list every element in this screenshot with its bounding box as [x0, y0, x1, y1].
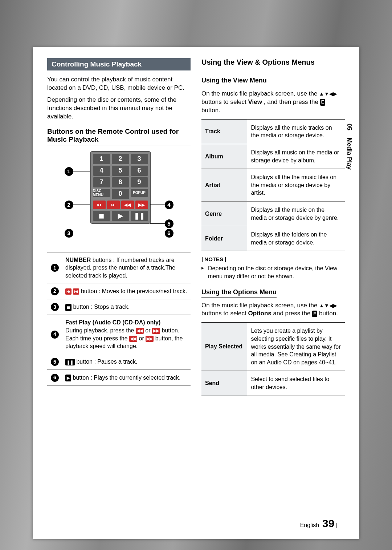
callout-5: 5: [165, 219, 173, 228]
table-row: ArtistDisplays all the the music files o…: [201, 169, 345, 202]
remote-pause-icon: ❚❚: [131, 211, 148, 221]
intro-p2: Depending on the disc or contents, some …: [47, 96, 191, 121]
text: button.: [201, 107, 220, 114]
opt-val: Displays all the folders on the media or…: [247, 226, 345, 251]
stop-icon: ◼: [65, 304, 72, 311]
opt-key: Folder: [201, 226, 247, 251]
remote-key-2: 2: [112, 154, 129, 164]
right-column: Using the View & Options Menus Using the…: [201, 58, 345, 401]
remote-key-5: 5: [112, 166, 129, 176]
remote-diagram: 1 2 3 4 5 6 7 8 9 DISC MENU 0 POPUP ⏮ ⏭ …: [54, 151, 184, 246]
callout-line: [73, 171, 90, 172]
page-footer: English 39 |: [300, 517, 338, 530]
opt-key: Genre: [201, 201, 247, 226]
rewind-icon: ◀◀: [129, 336, 137, 342]
arrow-icons: ▲▼◀▶: [319, 91, 337, 97]
row-num: 6: [51, 374, 59, 382]
table-row: GenreDisplays all the music on the media…: [201, 201, 345, 226]
opt-val: Displays all the the music files on the …: [247, 169, 345, 202]
text: and press the: [273, 310, 312, 317]
callout-2: 2: [65, 201, 73, 209]
table-row: 6 ▶ button : Plays the currently selecte…: [47, 370, 191, 385]
section-heading: Controlling Music Playback: [47, 58, 191, 70]
row-text: button.: [162, 327, 179, 333]
row-text: or: [145, 327, 152, 333]
page-number: 39: [322, 517, 334, 529]
row-text: button : Moves to the previous/next trac…: [81, 288, 187, 294]
opt-key: Send: [201, 371, 247, 396]
row-num: 1: [51, 264, 59, 272]
table-row: AlbumDisplays all music on the media or …: [201, 144, 345, 169]
callout-line: [150, 223, 165, 224]
notes-heading: | NOTES |: [201, 256, 345, 262]
remote-body: 1 2 3 4 5 6 7 8 9 DISC MENU 0 POPUP ⏮ ⏭ …: [90, 151, 151, 224]
row-num: 3: [51, 303, 59, 311]
table-row: SendSelect to send selected files to oth…: [201, 371, 345, 396]
bold-options: Options: [248, 310, 271, 317]
callout-4: 4: [165, 201, 173, 209]
row-text: button : Plays the currently selected tr…: [73, 375, 180, 381]
remote-stop-icon: ◼: [93, 211, 110, 221]
row-desc: ▶ button : Plays the currently selected …: [62, 370, 191, 385]
remote-disc-menu: DISC MENU: [93, 189, 110, 197]
button-description-table: 1 NUMBER buttons : If numbered tracks ar…: [47, 252, 191, 386]
row-text: Each time you press the: [65, 335, 129, 341]
remote-key-8: 8: [112, 177, 129, 187]
callout-line: [73, 233, 90, 234]
row-text: button : Stops a track.: [73, 304, 130, 310]
note-item: Depending on the disc or storage device,…: [201, 264, 345, 280]
row-desc: ⏮ ⏭ button : Moves to the previous/next …: [62, 283, 191, 299]
text: On the music file playback screen, use t…: [201, 90, 319, 97]
row-text: During playback, press the: [65, 327, 136, 333]
fastforward-icon: ▶▶: [146, 336, 154, 342]
bold-label: NUMBER: [65, 257, 91, 263]
remote-key-7: 7: [93, 177, 110, 187]
view-menu-heading: Using the View Menu: [201, 77, 267, 86]
callout-6: 6: [165, 229, 173, 238]
play-icon: ▶: [65, 375, 71, 381]
intro-p1: You can control the playback of music co…: [47, 76, 191, 92]
table-row: 4 Fast Play (Audio CD (CD-DA) only) Duri…: [47, 315, 191, 354]
chapter-title: Media Play: [346, 138, 353, 170]
view-options-heading: Using the View & Options Menus: [201, 58, 345, 66]
options-menu-table: Play SelectedLets you create a playlist …: [201, 322, 345, 396]
row-num: 2: [51, 287, 59, 295]
row-desc: Fast Play (Audio CD (CD-DA) only) During…: [62, 315, 191, 354]
remote-prev-icon: ⏮: [93, 201, 106, 209]
view-menu-table: TrackDisplays all the music tracks on th…: [201, 119, 345, 251]
remote-buttons-heading: Buttons on the Remote Control used for M…: [47, 128, 191, 146]
prev-track-icon: ⏮: [65, 288, 72, 295]
left-column: Controlling Music Playback You can contr…: [47, 58, 191, 401]
callout-line: [73, 205, 90, 205]
text: buttons to select: [201, 310, 248, 317]
callout-line: [150, 205, 165, 205]
callout-line: [150, 233, 165, 234]
pause-icon: ❚❚: [65, 359, 75, 366]
opt-val: Displays all music on the media or stora…: [247, 144, 345, 169]
fastforward-icon: ▶▶: [152, 328, 160, 334]
enter-button-icon: E: [312, 311, 317, 317]
opt-key: Album: [201, 144, 247, 169]
callout-1: 1: [65, 167, 73, 176]
opt-key: Play Selected: [201, 323, 247, 371]
table-row: 5 ❚❚ button : Pauses a track.: [47, 354, 191, 369]
row-desc: ◼ button : Stops a track.: [62, 299, 191, 315]
options-intro: On the music file playback screen, use t…: [201, 302, 345, 318]
remote-key-3: 3: [131, 154, 148, 164]
remote-key-4: 4: [93, 166, 110, 176]
row-num: 5: [51, 358, 59, 366]
remote-key-1: 1: [93, 154, 110, 164]
table-row: TrackDisplays all the music tracks on th…: [201, 119, 345, 144]
footer-bar: |: [336, 522, 338, 528]
opt-key: Artist: [201, 169, 247, 202]
row-text: or: [139, 335, 146, 341]
next-track-icon: ⏭: [73, 288, 79, 295]
manual-page: 05 Media Play Controlling Music Playback…: [33, 47, 359, 539]
remote-key-9: 9: [131, 177, 148, 187]
opt-val: Displays all the music on the media or s…: [247, 201, 345, 226]
table-row: 2 ⏮ ⏭ button : Moves to the previous/nex…: [47, 283, 191, 299]
row-desc: ❚❚ button : Pauses a track.: [62, 354, 191, 369]
text: On the music file playback screen, use t…: [201, 302, 319, 309]
enter-button-icon: E: [320, 99, 325, 105]
view-intro: On the music file playback screen, use t…: [201, 90, 345, 115]
